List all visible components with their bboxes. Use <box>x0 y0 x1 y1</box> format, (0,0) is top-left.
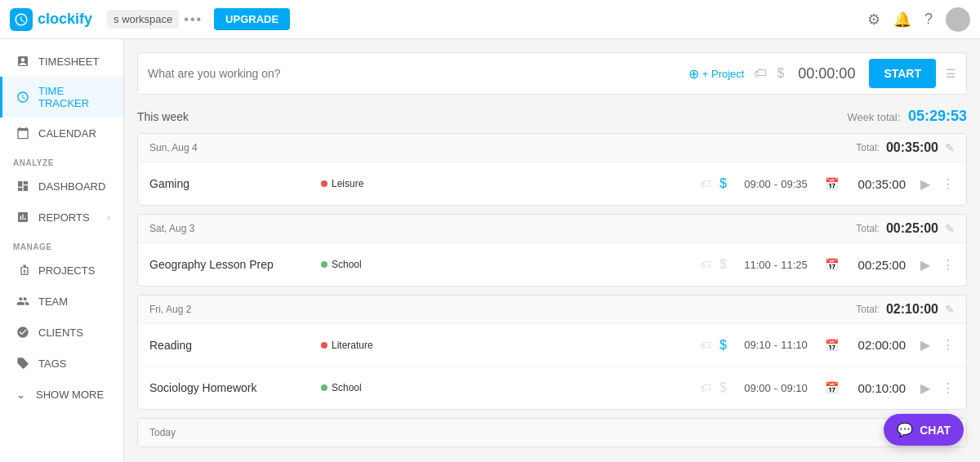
entry-play-icon[interactable]: ▶ <box>920 176 930 192</box>
sidebar-item-reports[interactable]: REPORTS › <box>0 202 123 233</box>
entry-description: Geography Lesson Prep <box>149 258 313 271</box>
sidebar-label-tags: TAGS <box>38 358 66 370</box>
tag-icon[interactable]: 🏷 <box>754 66 767 81</box>
entry-row-2-1: Sociology Homework School 🏷 $ 09:00 - 09… <box>138 366 966 409</box>
day-total-time: 02:10:00 <box>886 302 938 317</box>
project-dot <box>321 342 327 349</box>
entry-more-icon[interactable]: ⋮ <box>942 257 955 273</box>
layout: TIMESHEET TIME TRACKER CALENDAR ANALYZE … <box>0 39 980 462</box>
entry-time-range: 09:10 - 11:10 <box>735 339 817 351</box>
entry-row-2-0: Reading Literature 🏷 $ 09:10 - 11:10 📅 0… <box>138 324 966 366</box>
entry-tag-icon[interactable]: 🏷 <box>700 177 711 190</box>
notifications-icon[interactable]: 🔔 <box>893 11 911 29</box>
entry-project: Leisure <box>321 178 435 189</box>
day-group-1: Sat, Aug 3 Total: 00:25:00 ✎ Geography L… <box>137 214 967 287</box>
day-group-0: Sun, Aug 4 Total: 00:35:00 ✎ Gaming Leis… <box>137 133 967 206</box>
sidebar-item-timesheet[interactable]: TIMESHEET <box>0 46 123 77</box>
tags-icon <box>16 356 30 371</box>
project-button[interactable]: ⊕ + Project <box>688 66 745 82</box>
day-edit-icon[interactable]: ✎ <box>945 303 955 316</box>
header: clockify s workspace ••• UPGRADE ⚙ 🔔 ? <box>0 0 980 39</box>
entry-time-separator: - <box>774 339 777 351</box>
timer-menu-icon[interactable]: ☰ <box>946 67 956 80</box>
entry-time-separator: - <box>774 382 777 394</box>
entry-play-icon[interactable]: ▶ <box>920 257 930 273</box>
workspace-name[interactable]: s workspace <box>107 10 179 29</box>
day-total-label: Total: <box>856 223 880 234</box>
sidebar-item-projects[interactable]: PROJECTS <box>0 255 123 286</box>
entry-row-0-0: Gaming Leisure 🏷 $ 09:00 - 09:35 📅 00:35… <box>138 162 966 205</box>
entry-tag-icon[interactable]: 🏷 <box>700 381 711 394</box>
what-working-input[interactable] <box>148 67 682 80</box>
entry-project: School <box>321 382 435 393</box>
entry-dollar-icon[interactable]: $ <box>719 176 727 191</box>
upgrade-button[interactable]: UPGRADE <box>214 8 290 30</box>
workspace-menu[interactable]: ••• <box>184 12 203 27</box>
header-right: ⚙ 🔔 ? <box>867 7 970 32</box>
day-date-label: Sat, Aug 3 <box>149 223 194 234</box>
entry-calendar-icon[interactable]: 📅 <box>825 177 839 190</box>
entry-description: Reading <box>149 339 313 352</box>
avatar[interactable] <box>946 7 970 32</box>
entry-calendar-icon[interactable]: 📅 <box>825 339 839 352</box>
chevron-down-icon: ⌄ <box>13 387 28 402</box>
dollar-icon[interactable]: $ <box>777 66 784 81</box>
entry-time-range: 09:00 - 09:35 <box>735 178 817 190</box>
today-group: Today Total: 02:... <box>137 418 967 447</box>
projects-icon <box>16 263 30 278</box>
day-total: Total: 00:25:00 ✎ <box>856 221 955 236</box>
chat-icon: 💬 <box>897 422 913 438</box>
day-edit-icon[interactable]: ✎ <box>945 141 955 154</box>
days-container: Sun, Aug 4 Total: 00:35:00 ✎ Gaming Leis… <box>137 133 967 410</box>
entry-dollar-icon[interactable]: $ <box>719 257 727 272</box>
entry-dollar-icon[interactable]: $ <box>719 380 727 395</box>
reports-arrow: › <box>107 212 110 222</box>
settings-icon[interactable]: ⚙ <box>867 11 880 29</box>
entry-calendar-icon[interactable]: 📅 <box>825 381 839 394</box>
clockify-icon <box>14 12 29 27</box>
time-tracker-icon <box>16 90 30 104</box>
entry-calendar-icon[interactable]: 📅 <box>825 258 839 271</box>
day-group-2: Fri, Aug 2 Total: 02:10:00 ✎ Reading Lit… <box>137 295 967 410</box>
entry-dollar-icon[interactable]: $ <box>719 338 727 353</box>
show-more[interactable]: ⌄ SHOW MORE <box>0 379 123 410</box>
sidebar-item-calendar[interactable]: CALENDAR <box>0 118 123 149</box>
week-total-area: Week total: 05:29:53 <box>848 108 967 125</box>
project-name: Literature <box>332 340 373 351</box>
start-button[interactable]: START <box>869 59 936 88</box>
entry-tag-icon[interactable]: 🏷 <box>700 339 711 352</box>
clients-icon <box>16 325 30 340</box>
help-icon[interactable]: ? <box>924 11 933 28</box>
sidebar-item-time-tracker[interactable]: TIME TRACKER <box>0 77 123 118</box>
sidebar-label-projects: PROJECTS <box>38 264 95 277</box>
entry-project: Literature <box>321 340 435 351</box>
sidebar-item-clients[interactable]: CLIENTS <box>0 317 123 348</box>
chat-button[interactable]: 💬 CHAT <box>884 414 964 446</box>
sidebar-label-timesheet: TIMESHEET <box>38 56 99 68</box>
project-name: School <box>332 259 362 270</box>
entry-tag-icon[interactable]: 🏷 <box>700 258 711 271</box>
entry-play-icon[interactable]: ▶ <box>920 380 930 396</box>
sidebar-label-reports: REPORTS <box>38 211 90 224</box>
entry-duration: 00:25:00 <box>847 258 906 272</box>
sidebar-label-calendar: CALENDAR <box>38 127 96 140</box>
sidebar-item-team[interactable]: TEAM <box>0 286 123 317</box>
project-name: School <box>332 382 362 393</box>
project-dot <box>321 384 327 391</box>
week-total-label: Week total: 05:29:53 <box>848 111 967 123</box>
entry-start-time: 09:10 <box>744 339 771 351</box>
entry-play-icon[interactable]: ▶ <box>920 337 930 353</box>
timer-display: 00:00:00 <box>794 65 859 82</box>
entry-more-icon[interactable]: ⋮ <box>942 176 955 192</box>
manage-section: MANAGE <box>0 233 123 255</box>
main-content: ⊕ + Project 🏷 $ 00:00:00 START ☰ This we… <box>124 39 980 462</box>
entry-actions: ⊕ + Project 🏷 $ 00:00:00 START ☰ <box>688 59 956 88</box>
timesheet-icon <box>16 54 30 69</box>
entry-more-icon[interactable]: ⋮ <box>942 337 955 353</box>
day-edit-icon[interactable]: ✎ <box>945 222 955 235</box>
sidebar-item-tags[interactable]: TAGS <box>0 348 123 379</box>
sidebar-item-dashboard[interactable]: DASHBOARD <box>0 171 123 202</box>
entry-more-icon[interactable]: ⋮ <box>942 380 955 396</box>
day-header-2: Fri, Aug 2 Total: 02:10:00 ✎ <box>138 295 966 324</box>
time-entry-bar: ⊕ + Project 🏷 $ 00:00:00 START ☰ <box>137 52 967 95</box>
